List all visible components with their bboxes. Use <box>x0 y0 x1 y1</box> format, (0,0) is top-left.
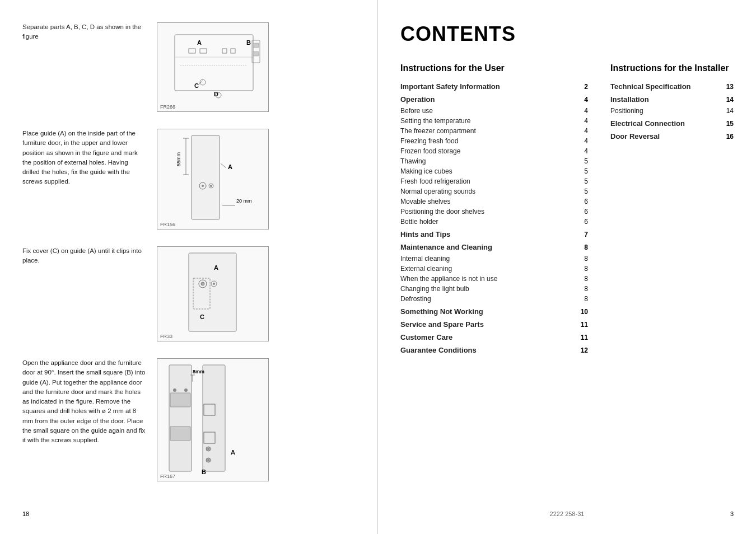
toc-page: 5 <box>580 188 588 195</box>
toc-page: 6 <box>580 198 588 205</box>
toc-label: Thawing <box>400 157 574 165</box>
toc-label: Guarantee Conditions <box>400 346 574 354</box>
toc-page: 8 <box>580 275 588 283</box>
toc-page: 8 <box>580 265 588 273</box>
toc-page: 4 <box>580 96 588 104</box>
toc-label: Electrical Connection <box>610 119 720 128</box>
toc-page: 5 <box>580 177 588 185</box>
user-toc-item-12: Positioning the door shelves6 <box>400 207 588 217</box>
toc-label: Setting the temperature <box>400 117 574 125</box>
svg-point-45 <box>173 388 176 392</box>
user-section-heading: Instructions for the User <box>400 63 588 74</box>
instruction-text-2: Place guide (A) on the inside part of th… <box>22 129 146 187</box>
svg-rect-43 <box>170 393 190 407</box>
diagram-1-label: FR266 <box>160 104 175 110</box>
user-toc-item-3: Setting the temperature4 <box>400 116 588 126</box>
toc-label: Something Not Working <box>400 307 574 316</box>
svg-text:B: B <box>246 39 251 46</box>
right-page: CONTENTS Instructions for the User Impor… <box>378 0 756 534</box>
toc-label: Installation <box>610 95 720 104</box>
user-toc-item-22: Service and Spare Parts11 <box>400 319 588 330</box>
toc-page: 8 <box>580 243 588 251</box>
contents-layout: Instructions for the User Important Safe… <box>400 63 734 505</box>
svg-text:A: A <box>197 39 202 46</box>
toc-label: Operation <box>400 95 574 104</box>
toc-label: Hints and Tips <box>400 230 574 238</box>
svg-text:A: A <box>231 449 235 456</box>
user-section: Instructions for the User Important Safe… <box>400 63 588 505</box>
user-toc-item-4: The freezer compartment4 <box>400 126 588 136</box>
svg-text:8mm: 8mm <box>193 369 204 374</box>
toc-page: 8 <box>580 295 588 303</box>
toc-label: Normal operating sounds <box>400 188 574 195</box>
svg-rect-7 <box>222 49 227 53</box>
user-toc-item-1: Operation4 <box>400 94 588 105</box>
toc-label: Positioning <box>610 107 720 115</box>
svg-rect-5 <box>189 49 195 53</box>
left-page-content: Separate parts A, B, C, D as shown in th… <box>22 22 355 505</box>
user-toc-item-23: Customer Care11 <box>400 332 588 343</box>
svg-point-35 <box>213 283 215 285</box>
user-toc-item-21: Something Not Working10 <box>400 306 588 317</box>
svg-rect-8 <box>231 49 235 53</box>
toc-label: When the appliance is not in use <box>400 275 574 283</box>
svg-text:A: A <box>214 264 218 271</box>
svg-rect-39 <box>203 365 225 471</box>
toc-page: 8 <box>580 255 588 263</box>
user-toc-item-6: Frozen food storage4 <box>400 146 588 156</box>
svg-point-28 <box>202 185 204 187</box>
toc-label: Frozen food storage <box>400 147 574 155</box>
toc-page: 5 <box>580 167 588 175</box>
user-toc-item-8: Making ice cubes5 <box>400 166 588 176</box>
svg-text:20 mm: 20 mm <box>236 198 252 204</box>
user-toc-item-24: Guarantee Conditions12 <box>400 345 588 355</box>
svg-rect-11 <box>253 51 259 56</box>
instruction-block-2: Place guide (A) on the inside part of th… <box>22 129 355 229</box>
svg-line-13 <box>198 81 203 85</box>
toc-label: Customer Care <box>400 333 574 341</box>
toc-label: The freezer compartment <box>400 127 574 135</box>
instruction-block-1: Separate parts A, B, C, D as shown in th… <box>22 22 355 112</box>
svg-line-19 <box>221 163 226 168</box>
toc-page: 14 <box>725 96 734 104</box>
toc-page: 13 <box>725 83 734 91</box>
user-toc-item-13: Bottle holder6 <box>400 217 588 227</box>
toc-label: Maintenance and Cleaning <box>400 243 574 251</box>
toc-label: Positioning the door shelves <box>400 208 574 216</box>
toc-page: 4 <box>580 147 588 155</box>
user-toc-item-7: Thawing5 <box>400 156 588 166</box>
svg-point-33 <box>201 282 204 285</box>
svg-text:D: D <box>214 91 218 97</box>
toc-label: Movable shelves <box>400 198 574 205</box>
toc-page: 7 <box>580 231 588 238</box>
user-toc-item-14: Hints and Tips7 <box>400 229 588 240</box>
toc-page: 4 <box>580 107 588 115</box>
toc-page: 8 <box>580 285 588 293</box>
svg-point-29 <box>210 185 212 187</box>
toc-page: 14 <box>725 107 734 115</box>
user-toc-item-10: Normal operating sounds5 <box>400 186 588 196</box>
installer-toc-item-0: Technical Specification13 <box>610 81 734 92</box>
svg-text:55mm: 55mm <box>176 152 181 166</box>
user-toc-item-17: External cleaning8 <box>400 264 588 274</box>
svg-rect-44 <box>170 427 190 441</box>
svg-text:B: B <box>202 469 206 475</box>
installer-toc-item-3: Electrical Connection15 <box>610 118 734 129</box>
diagram-2-label: FR156 <box>160 222 175 227</box>
toc-page: 15 <box>725 120 734 128</box>
user-toc-list: Important Safety Information2Operation4B… <box>400 81 588 355</box>
installer-toc-item-2: Positioning14 <box>610 106 734 116</box>
toc-page: 10 <box>580 308 588 316</box>
toc-page: 6 <box>580 208 588 216</box>
toc-label: External cleaning <box>400 265 574 273</box>
diagram-3: A C FR33 <box>157 246 269 341</box>
toc-label: Bottle holder <box>400 218 574 226</box>
toc-page: 4 <box>580 137 588 145</box>
toc-page: 4 <box>580 117 588 125</box>
svg-text:C: C <box>200 313 204 320</box>
left-page: Separate parts A, B, C, D as shown in th… <box>0 0 378 534</box>
diagram-4: 8mm A B <box>157 358 269 481</box>
toc-label: Important Safety Information <box>400 82 574 91</box>
left-page-number: 18 <box>22 510 355 517</box>
user-toc-item-9: Fresh food refrigeration5 <box>400 176 588 186</box>
